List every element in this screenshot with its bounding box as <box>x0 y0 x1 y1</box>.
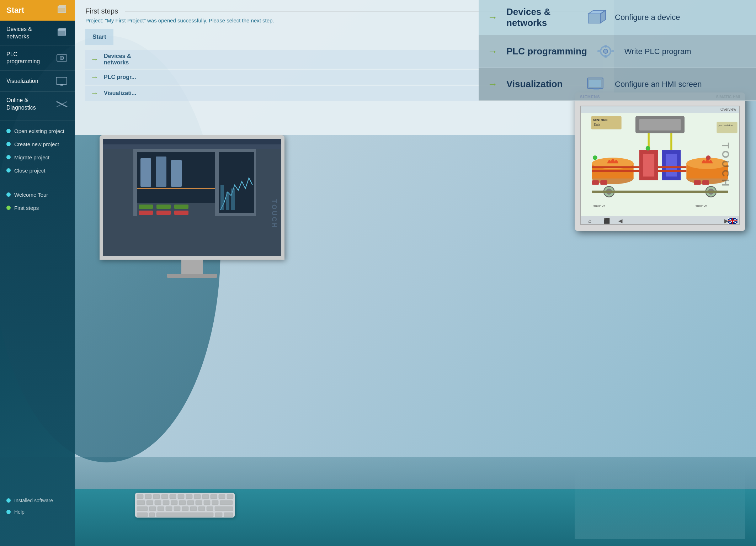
menu-welcome-tour[interactable]: Welcome Tour <box>0 188 75 201</box>
menu-close-project[interactable]: Close project <box>0 164 75 177</box>
start-sub-panel[interactable]: Start <box>85 29 113 45</box>
sidebar-header[interactable]: Start <box>0 0 75 21</box>
monitor-content-svg: TOUCH <box>103 139 281 256</box>
help-label: Help <box>14 509 25 515</box>
svg-rect-70 <box>174 507 180 511</box>
workflow-arrow-1: → <box>488 12 497 23</box>
plc-label: PLCprogramming <box>6 51 40 66</box>
svg-rect-27 <box>156 157 166 187</box>
svg-rect-71 <box>182 507 188 511</box>
workflow-vis-label: Visualization <box>506 79 577 90</box>
svg-text:Heater-On: Heater-On <box>593 204 605 207</box>
svg-rect-35 <box>156 211 171 215</box>
workflow-devices-icon <box>585 8 608 27</box>
sidebar-item-plc[interactable]: PLCprogramming <box>0 46 75 71</box>
hmi-panel: SIEMENS SIMATIC HMI TOUCH Overview <box>575 92 745 231</box>
step-label-devices: Devices &networks <box>104 53 147 66</box>
svg-rect-47 <box>170 494 176 499</box>
monitor-area: TOUCH <box>100 135 284 281</box>
svg-text:Heater-On: Heater-On <box>695 204 707 207</box>
project-label: Project: "My First Project" was opened s… <box>85 17 274 23</box>
svg-rect-66 <box>137 507 148 511</box>
step-label-plc: PLC progr... <box>104 74 147 80</box>
svg-rect-32 <box>156 205 171 209</box>
dot-welcome <box>6 192 11 197</box>
svg-rect-12 <box>605 45 607 48</box>
hmi-diagram-svg: Overview <box>581 106 739 224</box>
menu-create-project[interactable]: Create new project <box>0 138 75 151</box>
sidebar-item-online[interactable]: Online &Diagnostics <box>0 92 75 117</box>
svg-rect-91 <box>643 154 654 177</box>
workflow-vis-action: Configure an HMI screen <box>615 80 702 89</box>
hmi-bezel: SIEMENS SIMATIC HMI TOUCH Overview <box>575 92 745 231</box>
svg-rect-101 <box>639 119 681 131</box>
svg-rect-61 <box>187 500 194 505</box>
menu-migrate-project[interactable]: Migrate project <box>0 151 75 164</box>
plc-icon-svg <box>55 53 68 63</box>
start-sub-label: Start <box>92 33 106 40</box>
svg-rect-59 <box>171 500 177 505</box>
svg-rect-14 <box>597 50 600 52</box>
svg-rect-13 <box>605 55 607 58</box>
svg-text:gas container: gas container <box>718 124 734 127</box>
vis-screen-icon <box>586 76 606 92</box>
svg-rect-58 <box>163 500 169 505</box>
start-icon <box>55 5 68 16</box>
svg-rect-36 <box>174 211 188 215</box>
svg-rect-34 <box>139 211 153 215</box>
svg-point-111 <box>593 155 597 160</box>
first-steps-heading: First steps <box>85 7 118 15</box>
workflow-item-plc[interactable]: → PLC programming Write PLC program <box>479 35 756 68</box>
welcome-tour-label: Welcome Tour <box>14 192 48 198</box>
svg-rect-48 <box>178 494 184 499</box>
svg-text:SENTRON: SENTRON <box>593 118 607 122</box>
svg-rect-77 <box>137 513 148 517</box>
svg-rect-76 <box>156 513 213 517</box>
svg-rect-26 <box>140 158 151 187</box>
plc-gear-icon <box>596 43 616 59</box>
svg-rect-74 <box>207 507 213 511</box>
link-installed-software[interactable]: Installed software <box>0 495 75 506</box>
sidebar-divider-2 <box>0 181 75 181</box>
svg-rect-108 <box>600 180 607 185</box>
menu-first-steps[interactable]: First steps <box>0 201 75 214</box>
first-steps-label: First steps <box>14 205 39 211</box>
svg-point-112 <box>646 146 650 150</box>
workflow-item-vis[interactable]: → Visualization Configure an HMI screen <box>479 68 756 101</box>
sidebar-item-devices[interactable]: Devices &networks <box>0 21 75 46</box>
svg-rect-31 <box>139 205 153 209</box>
svg-rect-107 <box>592 180 599 185</box>
svg-rect-64 <box>212 500 218 505</box>
link-help[interactable]: Help <box>0 506 75 518</box>
sidebar-item-visualization[interactable]: Visualization <box>0 71 75 92</box>
svg-rect-93 <box>666 154 677 177</box>
svg-rect-17 <box>589 80 601 87</box>
close-project-label: Close project <box>14 168 46 174</box>
devices-networks-label: Devices &networks <box>6 26 32 41</box>
workflow-item-devices[interactable]: → Devices &networks Configure a device <box>479 0 756 35</box>
svg-text:▶: ▶ <box>724 218 729 224</box>
dot-help <box>6 510 11 514</box>
svg-rect-65 <box>220 500 233 505</box>
hmi-reflection <box>575 468 745 539</box>
plc-icon <box>55 53 68 63</box>
svg-text:◀: ◀ <box>618 218 623 224</box>
svg-rect-72 <box>190 507 197 511</box>
svg-rect-69 <box>166 507 172 511</box>
svg-rect-109 <box>694 180 701 185</box>
svg-rect-53 <box>219 494 225 499</box>
svg-rect-60 <box>179 500 186 505</box>
step-arrow-3: → <box>91 89 99 98</box>
workflow-vis-icon <box>585 74 608 94</box>
open-project-label: Open existing project <box>14 128 64 134</box>
svg-rect-54 <box>227 494 233 499</box>
menu-open-project[interactable]: Open existing project <box>0 124 75 138</box>
workflow-devices-action: Configure a device <box>615 13 680 22</box>
svg-point-113 <box>706 155 711 160</box>
workflow-plc-icon <box>594 42 617 61</box>
workflow-plc-action: Write PLC program <box>624 47 691 56</box>
svg-rect-41 <box>231 189 235 210</box>
monitor-screen: TOUCH <box>103 139 281 256</box>
svg-rect-49 <box>186 494 192 499</box>
svg-rect-56 <box>147 500 153 505</box>
